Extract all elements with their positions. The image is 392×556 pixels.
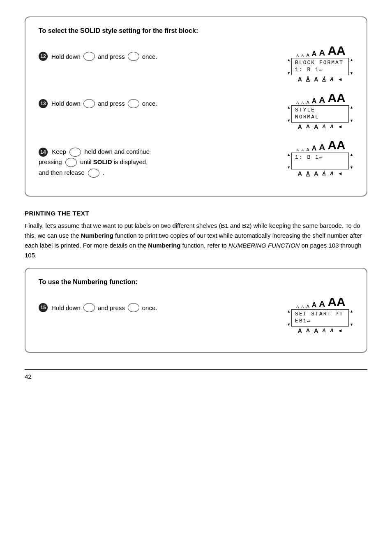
step-12-lcd: A A A A A AA ▲ ▼ BLOCK FORMAT 1: B 1↵ bbox=[287, 44, 353, 83]
step-14-line2 bbox=[295, 161, 345, 168]
s14-d1: A bbox=[319, 142, 325, 152]
step-15-btn2[interactable] bbox=[128, 303, 139, 312]
numbering-bold-1: Numbering bbox=[81, 232, 113, 239]
size-c1: A bbox=[312, 50, 317, 58]
step-14-keep: Keep bbox=[52, 148, 66, 155]
s15-b1: A bbox=[306, 304, 309, 309]
box2-title: To use the Numbering function: bbox=[39, 278, 353, 286]
bot15-a1: A bbox=[298, 327, 302, 334]
step-14-instruction: 14 Keep held down and continue pressing … bbox=[39, 146, 280, 178]
step-12-and-press: and press bbox=[98, 53, 125, 60]
size-a2: A bbox=[301, 53, 304, 58]
step-13-btn2[interactable] bbox=[128, 99, 139, 108]
arrow-up-12: ▲ bbox=[287, 58, 291, 62]
step-15-bottom: A Ā A Ā A ◄ bbox=[298, 327, 343, 334]
step-12-display: A A A A A AA ▲ ▼ BLOCK FORMAT 1: B 1↵ bbox=[287, 44, 353, 83]
bot15-a3: A bbox=[314, 327, 318, 334]
bot14-a3: A bbox=[314, 170, 318, 177]
step-13-display: A A A A A AA ▲ ▼ STYLE NORMAL bbox=[287, 91, 353, 130]
step-14-arrows-left: ▲ ▼ bbox=[287, 153, 291, 170]
step-12-btn1[interactable] bbox=[83, 52, 95, 61]
step-15-lcd: A A A A A AA ▲ ▼ SET START PT EB1↵ bbox=[287, 295, 353, 334]
printing-body: Finally, let's assume that we want to pu… bbox=[25, 221, 367, 260]
step-14-solid: SOLID bbox=[93, 158, 112, 165]
s13-c1: A bbox=[312, 97, 317, 105]
arrow-up-15r: ▲ bbox=[350, 309, 353, 313]
numbering-function-italic: NUMBERING FUNCTION bbox=[228, 242, 300, 249]
step-14-display: A A A A A AA ▲ ▼ 1: B 1↵ bbox=[287, 138, 353, 177]
box1-title: To select the SOLID style setting for th… bbox=[39, 27, 353, 35]
bot14-a5: A bbox=[330, 171, 334, 176]
bot14-tri: ◄ bbox=[338, 171, 343, 176]
s15-d1: A bbox=[319, 299, 325, 309]
arrow-down-15: ▼ bbox=[287, 322, 291, 327]
step-13-line1: STYLE bbox=[295, 107, 345, 114]
step-14-screen: 1: B 1↵ bbox=[291, 153, 349, 170]
arrow-down-15r: ▼ bbox=[350, 322, 353, 327]
step-12-instruction: 12 Hold down and press once. bbox=[39, 52, 280, 61]
step-15-btn1[interactable] bbox=[83, 303, 95, 312]
step-15-screen: SET START PT EB1↵ bbox=[291, 309, 349, 327]
bot13-a5: A bbox=[330, 124, 334, 130]
step-13-btn1[interactable] bbox=[83, 99, 95, 108]
step-15-and-press: and press bbox=[98, 304, 125, 311]
pages-ref: pages 103 bbox=[310, 242, 339, 249]
step-15-section: 15 Hold down and press once. A A A A A A… bbox=[39, 295, 353, 334]
bot-a2: Ā bbox=[306, 76, 310, 82]
bot-a3: A bbox=[314, 76, 318, 83]
step-13-screen-row: ▲ ▼ STYLE NORMAL ▲ ▼ bbox=[287, 105, 353, 123]
step-14-left: 14 Keep held down and continue pressing … bbox=[39, 138, 280, 178]
step-15-line1: SET START PT bbox=[295, 311, 345, 318]
s13-b1: A bbox=[306, 100, 309, 105]
bot-tri1: ◄ bbox=[338, 76, 343, 82]
step-13-section: 13 Hold down and press once. A A A A A A… bbox=[39, 91, 353, 130]
step-14-displayed: is displayed, bbox=[114, 158, 148, 165]
bot14-a2: Ā bbox=[306, 171, 310, 177]
arrow-up-14r: ▲ bbox=[350, 153, 353, 157]
bot-a5: A bbox=[330, 76, 334, 82]
arrow-down-12r: ▼ bbox=[350, 71, 353, 75]
step-14-release: and then release bbox=[39, 169, 85, 176]
step-12-screen-row: ▲ ▼ BLOCK FORMAT 1: B 1↵ ▲ ▼ bbox=[287, 58, 353, 75]
step-12-line1: BLOCK FORMAT bbox=[295, 60, 345, 67]
step-15-screen-row: ▲ ▼ SET START PT EB1↵ ▲ ▼ bbox=[287, 309, 353, 327]
page-footer: 42 bbox=[25, 369, 367, 380]
step-15-line2: EB1↵ bbox=[295, 318, 345, 325]
bot13-a4: Ā bbox=[322, 124, 326, 130]
bot14-a1: A bbox=[298, 170, 302, 177]
step-13-sizes: A A A A A AA bbox=[295, 91, 345, 105]
bot15-a5: A bbox=[330, 328, 334, 334]
s13-e1: AA bbox=[327, 91, 345, 105]
step-15-instruction: 15 Hold down and press once. bbox=[39, 303, 280, 312]
step-14-btn1[interactable] bbox=[69, 148, 81, 157]
size-d1: A bbox=[319, 48, 325, 58]
arrow-up-14: ▲ bbox=[287, 153, 291, 157]
arrow-down-14r: ▼ bbox=[350, 165, 353, 169]
step-14-line1: 1: B 1↵ bbox=[295, 154, 345, 161]
step-13-instruction: 13 Hold down and press once. bbox=[39, 99, 280, 108]
bot15-tri: ◄ bbox=[338, 328, 343, 334]
step-14-held: held down and continue bbox=[85, 148, 150, 155]
arrow-up-13r: ▲ bbox=[350, 105, 353, 109]
step-13-arrows-left: ▲ ▼ bbox=[287, 105, 291, 123]
arrow-down-13r: ▼ bbox=[350, 118, 353, 123]
step-14-period: . bbox=[103, 169, 104, 176]
s15-a1: A bbox=[296, 305, 299, 309]
step-12-btn2[interactable] bbox=[128, 52, 139, 61]
step-14-bottom: A Ā A Ā A ◄ bbox=[298, 170, 343, 177]
step-13-and-press: and press bbox=[98, 100, 125, 107]
step-12-line2: 1: B 1↵ bbox=[295, 67, 345, 74]
step-15-display: A A A A A AA ▲ ▼ SET START PT EB1↵ bbox=[287, 295, 353, 334]
arrow-down-13: ▼ bbox=[287, 118, 291, 123]
step-15-once: once. bbox=[142, 304, 157, 311]
arrow-down-14: ▼ bbox=[287, 165, 291, 169]
s14-a1: A bbox=[296, 148, 299, 152]
step-14-btn2[interactable] bbox=[65, 158, 77, 167]
page-number: 42 bbox=[25, 373, 32, 380]
step-14-btn3[interactable] bbox=[88, 169, 99, 178]
arrow-down-12: ▼ bbox=[287, 71, 291, 75]
bot13-a1: A bbox=[298, 123, 302, 130]
size-e1: AA bbox=[327, 44, 345, 58]
s15-e1: AA bbox=[327, 295, 345, 309]
step-15-arrows-right: ▲ ▼ bbox=[350, 309, 353, 327]
